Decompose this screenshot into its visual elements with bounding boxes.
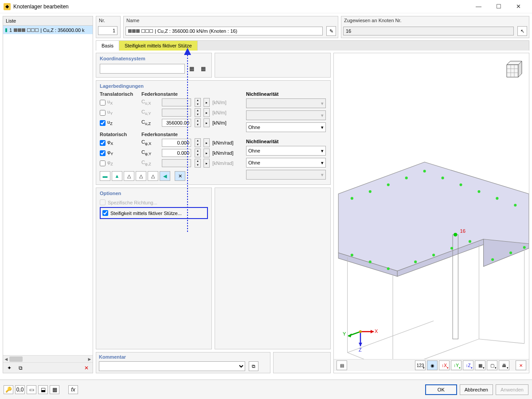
- vbtn-x[interactable]: ↕X: [439, 360, 450, 370]
- comment-library-button[interactable]: ⧉: [249, 361, 258, 371]
- svg-text:X: X: [375, 329, 378, 334]
- edit-name-button[interactable]: ✎: [326, 26, 336, 36]
- coord-btn1[interactable]: ▦: [187, 64, 196, 73]
- ck-uz[interactable]: [100, 120, 106, 126]
- bottom-btn-fx[interactable]: fx: [68, 385, 78, 394]
- coord-preview: [215, 53, 331, 78]
- delete-item-button[interactable]: ✕: [82, 364, 91, 372]
- pick-node-button[interactable]: ↖: [517, 26, 527, 36]
- svg-point-27: [387, 267, 390, 270]
- nl-uy: ▾: [246, 110, 326, 120]
- val-uz[interactable]: [162, 119, 191, 127]
- nl-phiy[interactable]: Ohne▾: [246, 158, 326, 168]
- svg-point-25: [351, 254, 353, 256]
- name-box: Name | Cu,Z : 356000.00 kN/m (Knoten : 1…: [123, 16, 338, 38]
- number-input[interactable]: [98, 26, 117, 35]
- vbtn-y[interactable]: ↕Y: [451, 360, 462, 370]
- vbtn-print[interactable]: 🖶: [499, 360, 509, 370]
- list-header: Liste: [3, 16, 93, 26]
- opt-stiffness[interactable]: Steifigkeit mittels fiktiver Stütze...: [102, 209, 205, 217]
- new-item-button[interactable]: ✦: [4, 364, 14, 372]
- comment-aux: [273, 352, 331, 373]
- svg-point-34: [523, 246, 526, 249]
- number-box: Nr.: [96, 16, 121, 38]
- coord-btn2[interactable]: ▦: [198, 64, 208, 73]
- svg-point-18: [405, 176, 408, 179]
- support-preset-6[interactable]: ◀: [160, 171, 170, 181]
- copy-item-button[interactable]: ⧉: [16, 364, 25, 372]
- svg-point-33: [509, 251, 512, 254]
- vbtn-info[interactable]: ▤: [336, 360, 347, 370]
- vbtn-box[interactable]: ▢: [487, 360, 497, 370]
- nl-uz[interactable]: Ohne▾: [246, 122, 326, 132]
- support-preset-1[interactable]: ▬: [100, 171, 110, 181]
- support-preset-3[interactable]: △: [124, 171, 134, 181]
- svg-point-28: [414, 261, 417, 263]
- spin-uz[interactable]: ▲▼: [195, 118, 201, 127]
- nl-phix[interactable]: Ohne▾: [246, 146, 326, 156]
- svg-point-31: [469, 240, 471, 243]
- svg-marker-3: [484, 239, 529, 266]
- assign-box: Zugewiesen an Knoten Nr. ↖: [341, 16, 529, 38]
- view-3d[interactable]: 16: [333, 53, 529, 373]
- val-ux: [162, 98, 191, 106]
- val-phix[interactable]: [162, 139, 191, 147]
- cancel-button[interactable]: Abbrechen: [460, 384, 493, 395]
- ck-phiz[interactable]: [100, 160, 106, 166]
- vbtn-show[interactable]: ◉: [427, 360, 438, 370]
- view-toolbar: ▤ 123 ◉ ↕X ↕Y ↕Z ▦ ▢ 🖶 ✕: [334, 359, 529, 371]
- ck-uy[interactable]: [100, 110, 106, 116]
- options-preview: [215, 188, 331, 349]
- val-uy: [162, 109, 191, 117]
- ck-phix[interactable]: [100, 140, 106, 146]
- close-button[interactable]: ✕: [509, 0, 528, 13]
- dd-ux: ▸: [203, 98, 210, 107]
- coord-input[interactable]: [100, 64, 185, 74]
- list-panel: Liste ▮ 1 | Cu,Z : 356000.00 k ◄ ► ✦ ⧉ ✕: [3, 16, 93, 373]
- vbtn-num[interactable]: 123: [415, 360, 426, 370]
- ck-phiy[interactable]: [100, 150, 106, 156]
- tab-row: Basis Steifigkeit mittels fiktiver Stütz…: [96, 40, 529, 51]
- apply-button: Anwenden: [496, 384, 528, 395]
- svg-point-22: [477, 190, 480, 193]
- ck-ux[interactable]: [100, 100, 106, 106]
- list-item[interactable]: ▮ 1 | Cu,Z : 356000.00 k: [3, 26, 93, 34]
- svg-point-17: [387, 184, 390, 186]
- support-preset-4[interactable]: △: [136, 171, 146, 181]
- maximize-button[interactable]: ☐: [489, 0, 509, 13]
- svg-point-32: [491, 258, 494, 261]
- bottom-btn-4[interactable]: ⬓: [38, 385, 48, 394]
- list-h-scrollbar[interactable]: ◄ ►: [3, 355, 93, 362]
- svg-point-23: [496, 197, 498, 200]
- bottom-btn-1[interactable]: 🔑: [4, 385, 13, 394]
- svg-point-21: [459, 184, 462, 186]
- support-preset-5[interactable]: △: [148, 171, 158, 181]
- bottom-btn-5[interactable]: ▦: [50, 385, 59, 394]
- vbtn-render[interactable]: ▦: [475, 360, 485, 370]
- svg-marker-51: [359, 343, 362, 346]
- dd-uz[interactable]: ▸: [203, 118, 210, 127]
- minimize-button[interactable]: —: [469, 0, 489, 13]
- name-input[interactable]: | Cu,Z : 356000.00 kN/m (Knoten : 16): [125, 27, 323, 35]
- vbtn-reset[interactable]: ✕: [516, 360, 526, 370]
- axis-icon: X Y Z: [343, 316, 378, 352]
- ok-button[interactable]: OK: [425, 384, 457, 395]
- support-preset-7[interactable]: ✕: [175, 171, 185, 181]
- list-body: ▮ 1 | Cu,Z : 356000.00 k: [3, 26, 93, 355]
- title-bar: ◆ Knotenlager bearbeiten — ☐ ✕: [0, 0, 532, 13]
- comment-select[interactable]: [99, 361, 245, 371]
- vbtn-z[interactable]: ↕Z: [463, 360, 473, 370]
- support-preset-2[interactable]: ▲: [112, 171, 122, 181]
- svg-marker-36: [507, 65, 518, 77]
- view-cube-icon[interactable]: [501, 57, 525, 82]
- tab-stiffness[interactable]: Steifigkeit mittels fiktiver Stütze: [119, 41, 198, 51]
- opt-stiffness-check[interactable]: [102, 210, 108, 216]
- assign-input[interactable]: [343, 27, 514, 35]
- coord-section: Koordinatensystem ▦ ▦: [96, 53, 212, 78]
- svg-point-19: [423, 170, 426, 172]
- bottom-btn-2[interactable]: 0,0: [15, 385, 25, 394]
- bottom-btn-3[interactable]: ▭: [27, 385, 36, 394]
- val-phiy[interactable]: [162, 149, 191, 157]
- tab-basis[interactable]: Basis: [96, 41, 119, 51]
- options-section: Optionen Spezifische Richtung... Steifig…: [96, 188, 212, 349]
